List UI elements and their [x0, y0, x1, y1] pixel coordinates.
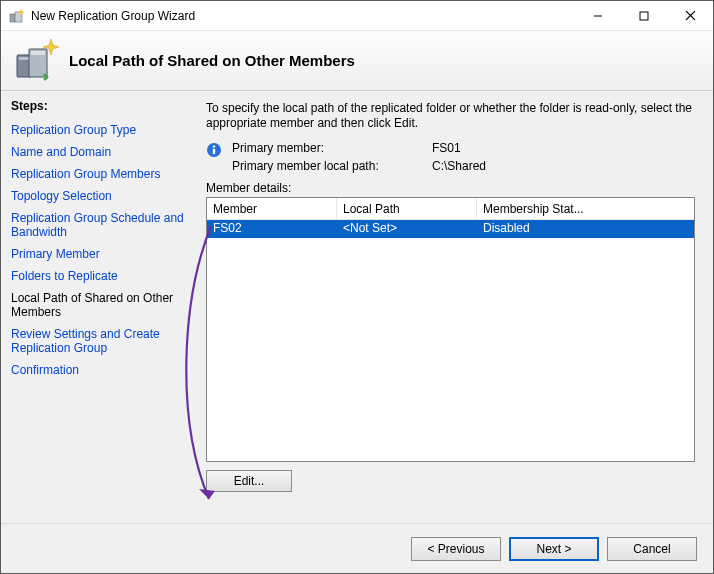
step-primary-member[interactable]: Primary Member — [11, 243, 191, 265]
primary-member-label: Primary member: — [232, 141, 432, 155]
cell-local-path: <Not Set> — [337, 220, 477, 238]
content-panel: To specify the local path of the replica… — [196, 91, 713, 523]
column-member[interactable]: Member — [207, 198, 337, 219]
svg-rect-10 — [31, 51, 45, 55]
titlebar: New Replication Group Wizard — [1, 1, 713, 31]
window-title: New Replication Group Wizard — [31, 9, 575, 23]
edit-button[interactable]: Edit... — [206, 470, 292, 492]
next-button[interactable]: Next > — [509, 537, 599, 561]
svg-rect-8 — [19, 57, 29, 60]
svg-point-13 — [213, 145, 216, 148]
cell-member: FS02 — [207, 220, 337, 238]
step-folders-to-replicate[interactable]: Folders to Replicate — [11, 265, 191, 287]
step-replication-group-members[interactable]: Replication Group Members — [11, 163, 191, 185]
maximize-button[interactable] — [621, 1, 667, 30]
steps-heading: Steps: — [11, 99, 196, 113]
primary-member-value: FS01 — [432, 141, 486, 155]
cell-status: Disabled — [477, 220, 694, 238]
table-row[interactable]: FS02 <Not Set> Disabled — [207, 220, 694, 238]
step-schedule-and-bandwidth[interactable]: Replication Group Schedule and Bandwidth — [11, 207, 191, 243]
member-details-table[interactable]: Member Local Path Membership Stat... FS0… — [206, 197, 695, 462]
wizard-large-icon — [15, 39, 59, 83]
wizard-footer: < Previous Next > Cancel — [1, 523, 713, 573]
step-local-path-other-members[interactable]: Local Path of Shared on Other Members — [11, 287, 191, 323]
column-local-path[interactable]: Local Path — [337, 198, 477, 219]
previous-button[interactable]: < Previous — [411, 537, 501, 561]
step-name-and-domain[interactable]: Name and Domain — [11, 141, 191, 163]
steps-sidebar: Steps: Replication Group Type Name and D… — [1, 91, 196, 523]
info-icon — [206, 142, 222, 158]
minimize-button[interactable] — [575, 1, 621, 30]
instruction-text: To specify the local path of the replica… — [206, 101, 695, 131]
member-details-label: Member details: — [206, 181, 695, 195]
step-confirmation[interactable]: Confirmation — [11, 359, 191, 381]
step-topology-selection[interactable]: Topology Selection — [11, 185, 191, 207]
page-title: Local Path of Shared on Other Members — [69, 52, 355, 69]
step-review-settings[interactable]: Review Settings and Create Replication G… — [11, 323, 191, 359]
step-replication-group-type[interactable]: Replication Group Type — [11, 119, 191, 141]
svg-rect-14 — [213, 149, 215, 155]
table-header-row: Member Local Path Membership Stat... — [207, 198, 694, 220]
window-controls — [575, 1, 713, 30]
primary-path-value: C:\Shared — [432, 159, 486, 173]
cancel-button[interactable]: Cancel — [607, 537, 697, 561]
svg-rect-4 — [640, 12, 648, 20]
main-area: Steps: Replication Group Type Name and D… — [1, 91, 713, 523]
primary-info-row: Primary member: FS01 Primary member loca… — [206, 141, 695, 173]
primary-path-label: Primary member local path: — [232, 159, 432, 173]
close-button[interactable] — [667, 1, 713, 30]
wizard-icon — [9, 8, 25, 24]
column-membership-status[interactable]: Membership Stat... — [477, 198, 694, 219]
wizard-header: Local Path of Shared on Other Members — [1, 31, 713, 91]
